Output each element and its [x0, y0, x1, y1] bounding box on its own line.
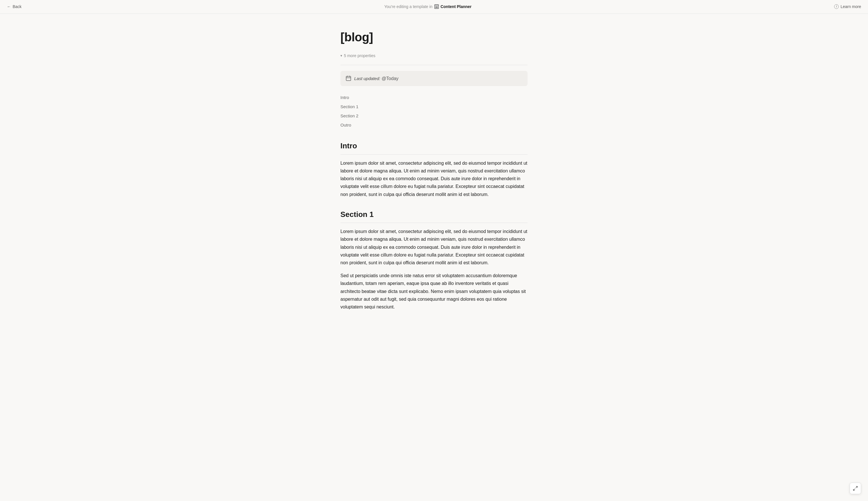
section-heading-1: Section 1: [340, 209, 528, 221]
toc-item-section1[interactable]: Section 1: [340, 102, 528, 111]
toc-item-intro[interactable]: Intro: [340, 93, 528, 102]
page-title: [blog]: [340, 28, 528, 47]
learn-more-button[interactable]: i Learn more: [834, 3, 861, 10]
intro-paragraph-1: Lorem ipsum dolor sit amet, consectetur …: [340, 159, 528, 198]
main-content: [blog] ▾ 5 more properties Last updated:…: [334, 14, 534, 339]
last-updated-value: @Today: [381, 76, 399, 81]
toc-item-outro[interactable]: Outro: [340, 120, 528, 130]
learn-more-label: Learn more: [840, 3, 861, 10]
calendar-icon: [346, 75, 351, 81]
info-icon: i: [834, 4, 839, 9]
last-updated-label: Last updated:: [354, 76, 380, 81]
top-bar: ← Back You're editing a template in Cont…: [0, 0, 868, 14]
back-label: Back: [13, 3, 22, 10]
chevron-down-icon: ▾: [340, 53, 342, 58]
title-divider: [340, 65, 528, 65]
app-icon: [434, 4, 439, 9]
section1-paragraph-2: Sed ut perspiciatis unde omnis iste natu…: [340, 272, 528, 311]
svg-rect-4: [346, 76, 351, 81]
section-intro: Intro Lorem ipsum dolor sit amet, consec…: [340, 140, 528, 198]
properties-toggle[interactable]: ▾ 5 more properties: [340, 53, 528, 59]
section-1: Section 1 Lorem ipsum dolor sit amet, co…: [340, 209, 528, 311]
editing-notice: You're editing a template in Content Pla…: [384, 3, 472, 10]
section-heading-intro: Intro: [340, 140, 528, 152]
table-of-contents: Intro Section 1 Section 2 Outro: [340, 93, 528, 130]
last-updated-text: Last updated: @Today: [354, 75, 399, 82]
back-arrow-icon: ←: [7, 3, 11, 10]
properties-label: 5 more properties: [344, 53, 375, 59]
last-updated-card: Last updated: @Today: [340, 71, 528, 86]
toc-item-section2[interactable]: Section 2: [340, 111, 528, 120]
section1-paragraph-1: Lorem ipsum dolor sit amet, consectetur …: [340, 227, 528, 267]
editing-text: You're editing a template in: [384, 3, 433, 10]
svg-rect-0: [435, 6, 438, 8]
section-divider-1: [340, 223, 528, 223]
app-name: Content Planner: [441, 3, 472, 10]
back-button[interactable]: ← Back: [7, 3, 22, 10]
